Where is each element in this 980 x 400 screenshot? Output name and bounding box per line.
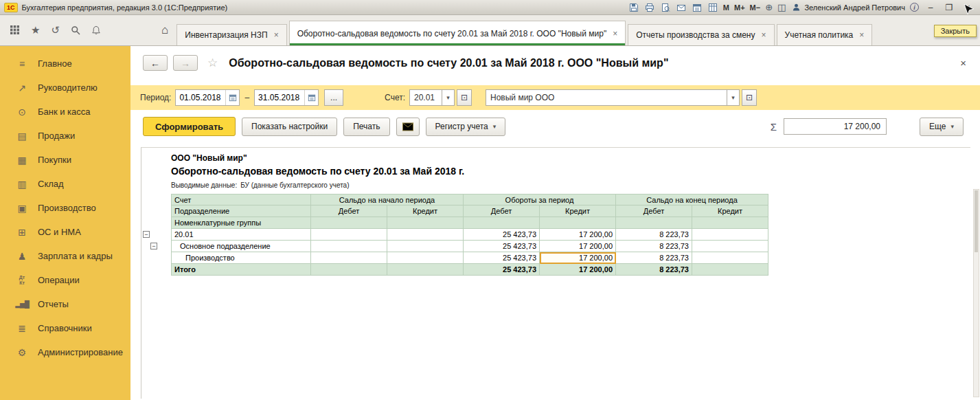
header-credit[interactable]: Кредит — [387, 205, 464, 217]
account-open-button[interactable]: ⊡ — [457, 89, 472, 106]
forward-button[interactable]: → — [173, 55, 198, 71]
cell-turn-debit[interactable]: 25 423,73 — [464, 229, 540, 241]
cell-end-debit[interactable]: 8 223,73 — [616, 229, 692, 241]
row-total-name[interactable]: Итого — [171, 264, 311, 276]
period-options-button[interactable]: ... — [324, 89, 343, 106]
scrollbar-thumb[interactable] — [975, 190, 978, 252]
cell-turn-debit[interactable]: 25 423,73 — [464, 241, 540, 252]
sidebar-item-pokupki[interactable]: ▦Покупки — [0, 148, 130, 172]
calculator-icon[interactable] — [707, 2, 718, 13]
cell-begin-credit[interactable] — [387, 229, 464, 241]
notifications-bell-icon[interactable] — [91, 25, 101, 35]
minimize-button[interactable]: – — [924, 2, 937, 13]
header-debit[interactable]: Дебет — [464, 205, 540, 217]
cell-turn-debit[interactable]: 25 423,73 — [464, 264, 540, 276]
chevron-down-icon[interactable]: ▾ — [727, 89, 740, 106]
more-button[interactable]: Еще ▾ — [920, 118, 964, 136]
search-icon[interactable] — [71, 25, 80, 35]
row-account-name[interactable]: 20.01 — [171, 229, 311, 241]
cell-end-credit[interactable] — [692, 252, 768, 264]
header-begin-balance[interactable]: Сальдо на начало периода — [311, 194, 464, 205]
calendar-icon[interactable] — [692, 2, 703, 13]
header-credit[interactable]: Кредит — [540, 205, 616, 217]
header-nomenclature-groups[interactable]: Номенклатурные группы — [171, 217, 311, 229]
print-preview-icon[interactable] — [660, 2, 671, 13]
row-division-name[interactable]: Основное подразделение — [171, 241, 311, 252]
tab-uchetnaya-politika[interactable]: Учетная политика × — [777, 24, 873, 45]
period-from-input[interactable] — [176, 93, 225, 102]
header-credit[interactable]: Кредит — [692, 205, 768, 217]
save-icon[interactable] — [628, 2, 639, 13]
tab-close-icon[interactable]: × — [274, 30, 279, 40]
sidebar-item-prodazhi[interactable]: ▤Продажи — [0, 124, 130, 148]
expander-icon[interactable]: − — [143, 231, 150, 238]
cell-turn-credit[interactable]: 17 200,00 — [540, 241, 616, 252]
header-empty-cell[interactable] — [464, 217, 540, 229]
sidebar-item-administrirovanie[interactable]: ⚙Администрирование — [0, 340, 130, 364]
calendar-icon[interactable] — [304, 90, 318, 105]
header-turnover[interactable]: Обороты за период — [464, 194, 616, 205]
tab-otchety-proizvodstva[interactable]: Отчеты производства за смену × — [628, 24, 774, 45]
organization-value[interactable]: Новый мир ООО — [486, 89, 727, 106]
tab-close-icon[interactable]: × — [762, 30, 766, 40]
sidebar-item-bank-i-kassa[interactable]: ⊙Банк и касса — [0, 100, 130, 124]
tab-inventarizaciya-nzp[interactable]: Инвентаризация НЗП × — [176, 24, 286, 45]
chevron-down-icon[interactable]: ▾ — [442, 89, 455, 106]
mail-icon[interactable] — [676, 2, 687, 13]
tab-close-icon[interactable]: × — [859, 30, 864, 40]
cell-turn-credit[interactable]: 17 200,00 — [540, 229, 616, 241]
send-by-mail-button[interactable] — [396, 118, 420, 136]
cell-end-debit[interactable]: 8 223,73 — [616, 241, 692, 252]
sidebar-item-sklad[interactable]: ▥Склад — [0, 172, 130, 196]
sidebar-item-zarplata-i-kadry[interactable]: ♟Зарплата и кадры — [0, 244, 130, 268]
maximize-button[interactable]: ❐ — [942, 2, 956, 13]
period-to-input[interactable] — [255, 93, 304, 102]
row-nomenclature-name[interactable]: Производство — [171, 252, 311, 264]
zoom-in-icon[interactable]: ⊕ — [765, 3, 773, 12]
memory-mminus-button[interactable]: M− — [750, 3, 761, 12]
sidebar-item-glavnoe[interactable]: ≡Главное — [0, 52, 130, 76]
cell-turn-credit-selected[interactable]: 17 200,00 — [540, 252, 616, 264]
cell-begin-debit[interactable] — [311, 229, 387, 241]
header-end-balance[interactable]: Сальдо на конец периода — [616, 194, 768, 205]
panels-icon[interactable]: ◫ — [777, 3, 786, 12]
cell-begin-debit[interactable] — [311, 241, 387, 252]
cell-turn-debit[interactable]: 25 423,73 — [464, 252, 540, 264]
tab-close-icon[interactable]: × — [613, 29, 617, 38]
memory-m-button[interactable]: M — [723, 3, 729, 12]
cell-begin-credit[interactable] — [387, 264, 464, 276]
cell-begin-debit[interactable] — [311, 252, 387, 264]
note-value[interactable]: БУ (данные бухгалтерского учета) — [240, 181, 349, 189]
vertical-scrollbar[interactable] — [973, 189, 979, 397]
calendar-icon[interactable] — [225, 90, 239, 105]
header-empty-cell[interactable] — [616, 217, 692, 229]
cell-end-credit[interactable] — [692, 241, 768, 252]
page-close-icon[interactable]: × — [957, 57, 969, 69]
current-user[interactable]: Зеленский Андрей Петрович — [790, 2, 905, 13]
cell-begin-credit[interactable] — [387, 241, 464, 252]
memory-mplus-button[interactable]: M+ — [734, 3, 745, 12]
sidebar-item-spravochniki[interactable]: ≣Справочники — [0, 316, 130, 340]
sum-sigma-icon[interactable]: Σ — [771, 121, 777, 133]
home-icon[interactable]: ⌂ — [156, 14, 174, 45]
header-debit[interactable]: Дебет — [616, 205, 692, 217]
cell-end-debit[interactable]: 8 223,73 — [616, 264, 692, 276]
print-button[interactable]: Печать — [343, 118, 389, 136]
expander-icon[interactable]: − — [150, 243, 157, 249]
show-settings-button[interactable]: Показать настройки — [242, 118, 337, 136]
cell-end-credit[interactable] — [692, 264, 768, 276]
info-icon[interactable]: i — [910, 3, 919, 12]
account-value[interactable]: 20.01 — [409, 89, 442, 106]
sidebar-item-operacii[interactable]: Дт КтОперации — [0, 268, 130, 292]
menu-grid-icon[interactable] — [10, 25, 20, 35]
header-division[interactable]: Подразделение — [171, 205, 311, 217]
favorites-star-icon[interactable]: ★ — [31, 24, 40, 36]
header-empty-cell[interactable] — [692, 217, 768, 229]
back-button[interactable]: ← — [143, 55, 168, 71]
generate-button[interactable]: Сформировать — [143, 117, 236, 136]
sidebar-item-os-i-nma[interactable]: ⊞ОС и НМА — [0, 220, 130, 244]
header-empty-cell[interactable] — [311, 217, 387, 229]
organization-open-button[interactable]: ⊡ — [742, 89, 757, 106]
tab-osv-report[interactable]: Оборотно-сальдовая ведомость по счету 20… — [289, 21, 626, 45]
header-debit[interactable]: Дебет — [311, 205, 387, 217]
